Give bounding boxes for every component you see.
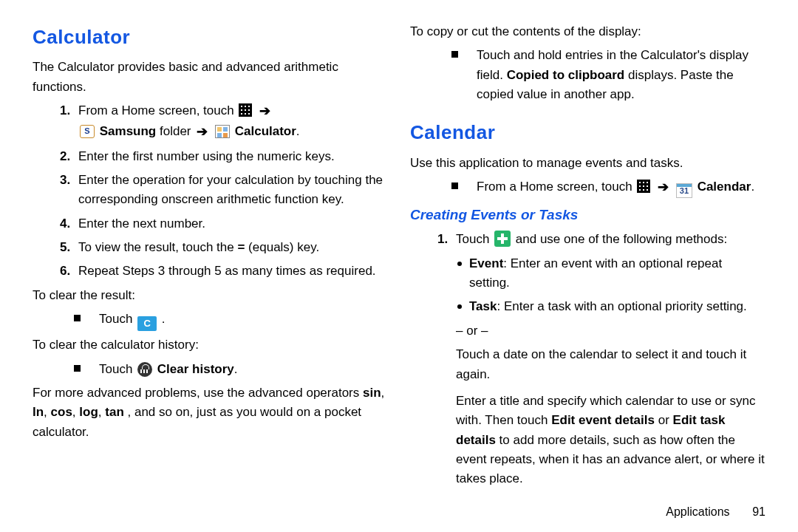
calendar-open-item: From a Home screen, touch ➔ 31 Calendar. [451, 177, 765, 198]
method-event: Event: Enter an event with an optional r… [456, 254, 765, 293]
enter-title-note: Enter a title and specify which calendar… [456, 392, 765, 489]
clear-result-intro: To clear the result: [33, 286, 388, 305]
clear-history-list: Touch Clear history. [33, 360, 388, 379]
footer-page-number: 91 [733, 505, 765, 519]
apps-icon [637, 180, 650, 193]
calc-step-4: Enter the next number. [74, 214, 388, 233]
calc-step-6: Repeat Steps 3 through 5 as many times a… [74, 262, 388, 281]
left-column: Calculator The Calculator provides basic… [33, 22, 388, 517]
arrow-icon: ➔ [259, 103, 270, 118]
calculator-steps: From a Home screen, touch ➔ Samsung fold… [33, 101, 388, 282]
clear-result-list: Touch C . [33, 310, 388, 331]
calc-step-1: From a Home screen, touch ➔ Samsung fold… [74, 101, 388, 143]
or-separator: – or – [456, 321, 765, 341]
two-column-layout: Calculator The Calculator provides basic… [33, 22, 765, 517]
calendar-steps: Touch and use one of the following metho… [410, 230, 765, 488]
clear-result-item: Touch C . [74, 310, 388, 331]
clear-history-intro: To clear the calculator history: [33, 335, 388, 355]
creating-events-heading: Creating Events or Tasks [410, 204, 765, 225]
calendar-heading: Calendar [410, 117, 765, 147]
copy-intro: To copy or cut the contents of the displ… [410, 22, 765, 41]
arrow-icon: ➔ [197, 124, 208, 139]
calendar-open-list: From a Home screen, touch ➔ 31 Calendar. [410, 177, 765, 198]
calc-step-2: Enter the first number using the numeric… [74, 147, 388, 166]
calculator-heading: Calculator [33, 22, 388, 52]
calc-step-5: To view the result, touch the = (equals)… [74, 238, 388, 257]
plus-icon [494, 231, 511, 247]
calendar-lead: Use this application to manage events an… [410, 154, 765, 173]
calculator-icon [215, 125, 230, 138]
clear-history-item: Touch Clear history. [74, 360, 388, 379]
calendar-icon: 31 [676, 183, 692, 198]
arrow-icon: ➔ [658, 180, 669, 194]
method-task: Task: Enter a task with an optional prio… [456, 297, 765, 316]
calc-step-3: Enter the operation for your calculation… [74, 171, 388, 210]
manual-page: Calculator The Calculator provides basic… [0, 0, 798, 532]
clear-c-icon: C [137, 316, 157, 331]
advanced-ops-note: For more advanced problems, use the adva… [33, 383, 388, 442]
calculator-lead: The Calculator provides basic and advanc… [33, 58, 388, 97]
page-footer: Applications 91 [666, 505, 765, 519]
copy-item: Touch and hold entries in the Calculator… [451, 46, 765, 104]
clear-history-icon [137, 362, 152, 377]
right-column: To copy or cut the contents of the displ… [410, 22, 765, 517]
samsung-folder-icon [80, 125, 95, 138]
copy-list: Touch and hold entries in the Calculator… [410, 46, 765, 104]
cal-step-1: Touch and use one of the following metho… [451, 230, 765, 488]
footer-section: Applications [666, 505, 729, 518]
cal-methods-list: Event: Enter an event with an optional r… [456, 254, 765, 317]
apps-icon [239, 103, 252, 117]
touch-date-note: Touch a date on the calendar to select i… [456, 345, 765, 384]
